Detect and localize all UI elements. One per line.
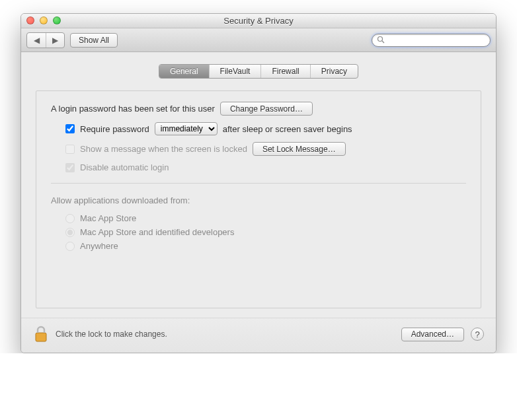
traffic-lights	[26, 17, 61, 24]
toolbar: ◀ ▶ Show All	[21, 28, 496, 52]
require-password-label-after: after sleep or screen saver begins	[223, 124, 352, 134]
svg-line-1	[382, 41, 384, 43]
preferences-window: Security & Privacy ◀ ▶ Show All General …	[20, 13, 497, 353]
search-input[interactable]	[372, 34, 491, 47]
gatekeeper-option-row: Anywhere	[65, 241, 466, 251]
titlebar: Security & Privacy	[21, 14, 496, 28]
footer: Click the lock to make changes. Advanced…	[21, 318, 496, 353]
show-message-row: Show a message when the screen is locked…	[65, 142, 466, 156]
gatekeeper-label-anywhere: Anywhere	[80, 241, 118, 251]
minimize-window-button[interactable]	[40, 17, 48, 24]
require-password-label-before: Require password	[80, 124, 149, 134]
back-button[interactable]: ◀	[27, 33, 46, 48]
require-password-row: Require password immediately after sleep…	[65, 122, 466, 135]
gatekeeper-radio-anywhere[interactable]	[65, 242, 75, 251]
chevron-left-icon: ◀	[34, 36, 40, 45]
require-password-checkbox[interactable]	[65, 124, 75, 133]
zoom-window-button[interactable]	[53, 17, 61, 24]
tab-privacy[interactable]: Privacy	[310, 65, 358, 78]
lock-icon	[33, 325, 49, 343]
gatekeeper-radio-identified[interactable]	[65, 228, 75, 237]
gatekeeper-options: Mac App Store Mac App Store and identifi…	[65, 213, 466, 251]
window-title: Security & Privacy	[21, 16, 496, 26]
gatekeeper-section-label: Allow applications downloaded from:	[51, 195, 466, 205]
gatekeeper-option-row: Mac App Store and identified developers	[65, 227, 466, 237]
content-area: General FileVault Firewall Privacy A log…	[21, 52, 496, 318]
login-password-row: A login password has been set for this u…	[51, 102, 466, 116]
svg-rect-2	[36, 333, 46, 341]
tab-filevault[interactable]: FileVault	[209, 65, 261, 78]
nav-buttons: ◀ ▶	[26, 32, 65, 48]
divider	[51, 183, 466, 184]
show-message-label: Show a message when the screen is locked	[80, 144, 247, 154]
close-window-button[interactable]	[26, 17, 34, 24]
disable-auto-login-label: Disable automatic login	[80, 162, 169, 172]
tab-segment: General FileVault Firewall Privacy	[36, 64, 481, 79]
tab-firewall[interactable]: Firewall	[260, 65, 309, 78]
gatekeeper-label-mas: Mac App Store	[80, 213, 136, 223]
disable-auto-login-checkbox[interactable]	[65, 163, 75, 172]
tab-general[interactable]: General	[159, 65, 209, 78]
show-all-button[interactable]: Show All	[70, 33, 118, 48]
login-status-text: A login password has been set for this u…	[51, 104, 215, 114]
svg-point-0	[378, 36, 383, 41]
search-icon	[377, 36, 385, 45]
general-panel: A login password has been set for this u…	[36, 90, 481, 308]
change-password-button[interactable]: Change Password…	[220, 102, 313, 116]
disable-auto-login-row: Disable automatic login	[65, 162, 466, 172]
lock-help-text: Click the lock to make changes.	[56, 330, 167, 339]
gatekeeper-label-identified: Mac App Store and identified developers	[80, 227, 234, 237]
set-lock-message-button[interactable]: Set Lock Message…	[253, 142, 346, 156]
chevron-right-icon: ▶	[52, 36, 58, 45]
help-button[interactable]: ?	[471, 328, 484, 341]
help-icon: ?	[475, 330, 479, 339]
search-wrap	[372, 34, 491, 47]
gatekeeper-option-row: Mac App Store	[65, 213, 466, 223]
forward-button[interactable]: ▶	[46, 33, 64, 48]
gatekeeper-radio-mas[interactable]	[65, 214, 75, 223]
show-message-checkbox[interactable]	[65, 145, 75, 154]
lock-button[interactable]	[33, 325, 49, 343]
require-password-delay-select[interactable]: immediately	[155, 122, 218, 135]
advanced-button[interactable]: Advanced…	[401, 328, 464, 341]
